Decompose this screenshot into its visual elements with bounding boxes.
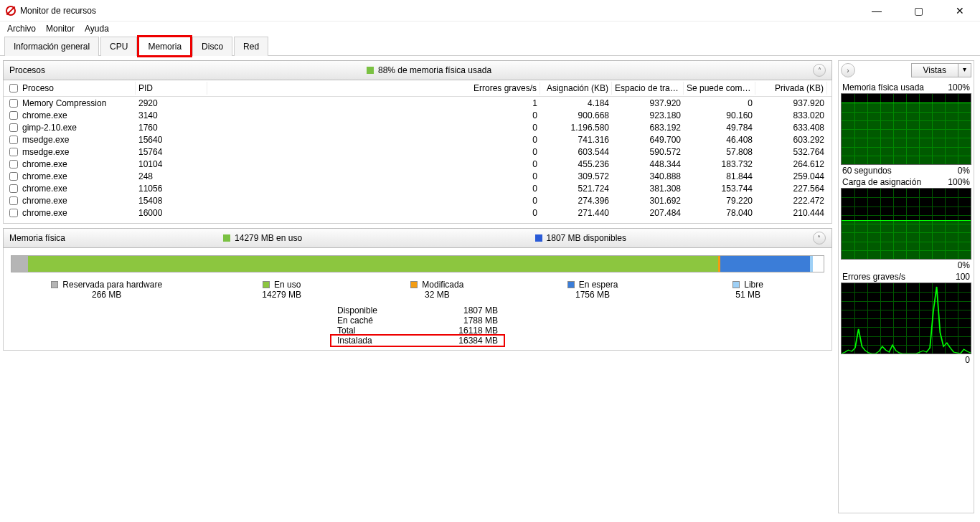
select-all-checkbox[interactable] (9, 84, 18, 92)
cell-err: 0 (207, 159, 540, 169)
col-pid[interactable]: PID (136, 82, 207, 95)
tab-cpu[interactable]: CPU (100, 37, 137, 56)
procesos-title: Procesos (9, 65, 45, 75)
cell-priv: 259.044 (755, 171, 827, 181)
cell-err: 1 (207, 98, 540, 108)
table-row[interactable]: chrome.exe160000271.440207.48478.040210.… (4, 207, 831, 219)
cell-comp: 153.744 (684, 184, 755, 194)
right-expand-icon[interactable]: › (841, 63, 855, 77)
procesos-header: Procesos 88% de memoria física usada ˄ (3, 60, 832, 80)
row-checkbox[interactable] (9, 184, 18, 193)
cell-ws: 381.308 (612, 184, 684, 194)
cell-err: 0 (207, 123, 540, 133)
memory-bar-segment (28, 256, 718, 272)
procesos-columns: Proceso PID Errores graves/s Asignación … (4, 80, 831, 97)
cell-pid: 2920 (136, 98, 207, 108)
cell-name: chrome.exe (22, 184, 67, 194)
memory-bar (11, 255, 824, 272)
col-compartible[interactable]: Se puede comp... (684, 82, 755, 95)
cell-ws: 207.484 (612, 208, 684, 218)
cell-comp: 57.808 (684, 147, 755, 157)
maximize-button[interactable]: ▢ (904, 5, 933, 16)
procesos-legend-text: 88% de memoria física usada (378, 65, 491, 75)
cell-pid: 1760 (136, 123, 207, 133)
summary-value: 16118 MB (458, 326, 498, 336)
menu-archivo[interactable]: Archivo (7, 24, 36, 34)
row-checkbox[interactable] (9, 160, 18, 169)
row-checkbox[interactable] (9, 209, 18, 217)
memfisica-title: Memoria física (9, 233, 65, 243)
memfisica-header: Memoria física 14279 MB en uso 1807 MB d… (3, 228, 832, 248)
col-errores[interactable]: Errores graves/s (207, 82, 540, 95)
menu-ayuda[interactable]: Ayuda (85, 24, 109, 34)
row-checkbox[interactable] (9, 148, 18, 156)
memfisica-body: Reservada para hardware266 MBEn uso14279… (3, 248, 832, 351)
cell-asig: 455.236 (540, 159, 612, 169)
row-checkbox[interactable] (9, 136, 18, 144)
row-checkbox[interactable] (9, 99, 18, 108)
collapse-memfisica-icon[interactable]: ˄ (813, 232, 826, 245)
close-button[interactable]: ✕ (946, 5, 974, 16)
cell-asig: 4.184 (540, 98, 612, 108)
row-checkbox[interactable] (9, 196, 18, 205)
legend-label: En uso (274, 280, 301, 290)
tab-memoria[interactable]: Memoria (138, 37, 191, 56)
chart-title: Memoria física usada (842, 82, 924, 92)
cell-err: 0 (207, 147, 540, 157)
col-proceso[interactable]: Proceso (22, 83, 54, 93)
summary-label: Disponible (337, 305, 377, 315)
cell-name: gimp-2.10.exe (22, 123, 77, 133)
table-row[interactable]: msedge.exe156400741.316649.70046.408603.… (4, 133, 831, 146)
app-icon (6, 6, 16, 16)
tab-disco[interactable]: Disco (192, 37, 232, 56)
cell-name: chrome.exe (22, 110, 67, 120)
cell-priv: 532.764 (755, 147, 827, 157)
legend-value: 32 MB (425, 290, 450, 300)
cell-priv: 222.472 (755, 196, 827, 206)
chart-max: 100% (948, 82, 970, 92)
cell-err: 0 (207, 184, 540, 194)
cell-priv: 210.444 (755, 208, 827, 218)
cell-comp: 78.040 (684, 208, 755, 218)
cell-ws: 649.700 (612, 135, 684, 145)
table-row[interactable]: chrome.exe101040455.236448.344183.732264… (4, 158, 831, 170)
tab-información-general[interactable]: Información general (4, 37, 99, 56)
memory-bar-segment (11, 256, 28, 272)
cell-pid: 16000 (136, 208, 207, 218)
row-checkbox[interactable] (9, 123, 18, 132)
table-row[interactable]: chrome.exe110560521.724381.308153.744227… (4, 182, 831, 194)
cell-comp: 79.220 (684, 196, 755, 206)
table-row[interactable]: gimp-2.10.exe176001.196.580683.19249.784… (4, 121, 831, 133)
views-dropdown-icon[interactable]: ▾ (958, 63, 971, 77)
memory-bar-segment (720, 256, 810, 272)
col-asignacion[interactable]: Asignación (KB) (540, 82, 612, 95)
titlebar: Monitor de recursos — ▢ ✕ (0, 0, 980, 22)
cell-ws: 590.572 (612, 147, 684, 157)
cell-pid: 15408 (136, 196, 207, 206)
memory-bar-segment (813, 256, 824, 272)
row-checkbox[interactable] (9, 172, 18, 181)
summary-row: Total16118 MB (331, 326, 504, 336)
table-row[interactable]: chrome.exe31400900.668923.18090.160833.0… (4, 109, 831, 121)
menu-monitor[interactable]: Monitor (46, 24, 75, 34)
legend-label: Reservada para hardware (62, 280, 162, 290)
col-privada[interactable]: Privada (KB) (755, 82, 827, 95)
cell-pid: 15640 (136, 135, 207, 145)
cell-asig: 521.724 (540, 184, 612, 194)
cell-name: chrome.exe (22, 196, 67, 206)
table-row[interactable]: chrome.exe2480309.572340.88881.844259.04… (4, 170, 831, 182)
tab-red[interactable]: Red (234, 37, 268, 56)
table-row[interactable]: Memory Compression292014.184937.9200937.… (4, 97, 831, 109)
row-checkbox[interactable] (9, 111, 18, 120)
col-espacio[interactable]: Espacio de trab... (612, 82, 684, 95)
chart-0: Memoria física usada100%60 segundos0% (841, 82, 971, 176)
table-row[interactable]: chrome.exe154080274.396301.69279.220222.… (4, 194, 831, 207)
table-row[interactable]: msedge.exe157640603.544590.57257.808532.… (4, 146, 831, 158)
summary-label: En caché (337, 315, 373, 326)
cell-pid: 11056 (136, 184, 207, 194)
minimize-button[interactable]: — (862, 5, 891, 16)
views-button[interactable]: Vistas (911, 63, 958, 77)
cell-name: chrome.exe (22, 171, 67, 181)
collapse-procesos-icon[interactable]: ˄ (813, 64, 826, 77)
legend-value: 1756 MB (575, 290, 610, 300)
